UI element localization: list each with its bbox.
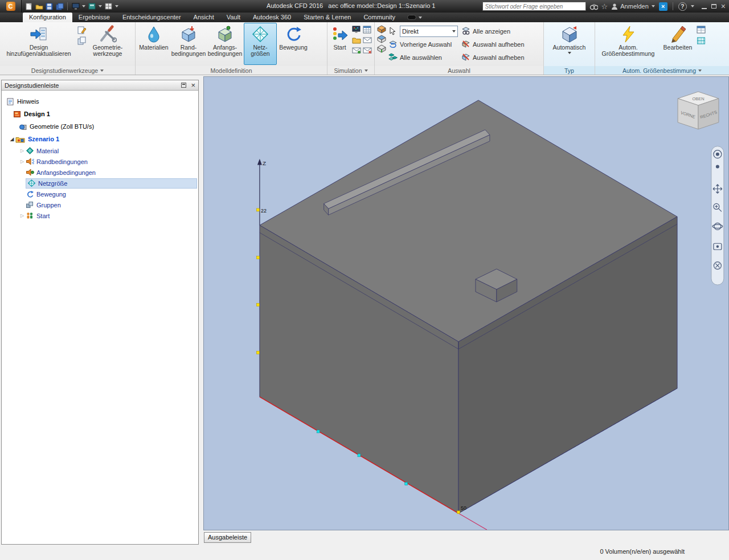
tab-entscheidungscenter[interactable]: Entscheidungscenter [116,13,187,22]
design-study-panel: Designstudienleiste × Hinweis Design 1 G… [1,80,199,545]
collapsed-arrow-icon[interactable]: ▷ [19,213,26,218]
start-label: Start [333,44,346,51]
tab-autodesk360[interactable]: Autodesk 360 [247,13,297,22]
tree-item-material[interactable]: ▷ Material [2,145,198,156]
sign-in-control[interactable]: Anmelden [611,3,656,10]
tab-vault[interactable]: Vault [220,13,247,22]
email-send-icon[interactable] [352,46,361,55]
tree-item-szenario1[interactable]: ◢ Szenario 1 [2,133,198,145]
panel-pin-icon[interactable] [181,83,186,88]
grouplabel-autom-groessenbestimmung[interactable]: Autom. Größenbestimmung [595,66,729,75]
refinement-region-icon[interactable] [697,36,706,45]
tab-ansicht[interactable]: Ansicht [187,13,220,22]
solver-folder-icon[interactable] [352,36,361,44]
tree-item-randbedingungen[interactable]: ▷ Randbedingungen [2,156,198,167]
help-button[interactable]: ? [678,2,687,11]
application-menu-button[interactable]: C [0,0,22,13]
layout-grid-icon[interactable] [104,2,113,10]
geometry-tools-button[interactable]: Geometrie-werkzeuge [88,23,128,65]
add-design-button[interactable]: Design hinzufügen/aktualisieren [1,23,76,65]
output-bar-button[interactable]: Ausgabeleiste [204,532,251,543]
close-button[interactable]: × [721,3,726,10]
design-study-bar: Designstudienleiste × Hinweis Design 1 G… [0,76,200,560]
clone-design-icon[interactable] [77,36,87,45]
search-binoculars-icon[interactable] [589,2,598,10]
search-input[interactable] [483,2,585,10]
auto-sizing-button[interactable]: Autom. Größenbestimmung [596,23,660,65]
tree-item-start[interactable]: ▷ Start [2,210,198,221]
solver-table-icon[interactable] [363,26,372,34]
materials-button[interactable]: Materialien [137,23,171,65]
help-caret-icon[interactable] [691,5,694,7]
initial-conditions-button[interactable]: Anfangs-bedingungen [206,23,244,65]
groups-icon [26,201,34,209]
new-file-icon[interactable] [24,2,33,10]
motion-button[interactable]: Bewegung [277,23,310,65]
sizing-table-icon[interactable] [697,26,706,34]
tree-item-netzgroesse[interactable]: Netzgröße [2,178,198,189]
panel-close-icon[interactable]: × [191,82,195,89]
exchange-apps-icon[interactable]: × [659,2,667,11]
expanded-arrow-icon[interactable]: ◢ [9,136,15,142]
a360-cloud-menu[interactable] [407,13,423,22]
save-all-icon[interactable] [55,2,64,10]
search-box[interactable] [482,2,586,11]
previous-selection-button[interactable]: Vorherige Auswahl [388,38,459,50]
z-axis-label: Z [263,160,266,166]
mesh-sizes-label: Netz-größen [244,44,276,57]
tree-item-anfangsbedingungen[interactable]: Anfangsbedingungen [2,167,198,178]
tab-ergebnisse[interactable]: Ergebnisse [72,13,116,22]
tree-item-hinweis[interactable]: Hinweis [2,95,198,108]
materials-label: Materialien [139,44,168,51]
tree-item-gruppen[interactable]: Gruppen [2,199,198,210]
group-caret-icon [100,70,104,72]
tab-community[interactable]: Community [357,13,402,22]
view-cube[interactable]: OBEN VORNE RECHTS [678,92,719,129]
group-autom-groessenbestimmung: Autom. Größenbestimmung Bearbeiten [595,22,729,66]
tree-item-design1[interactable]: Design 1 [2,108,198,120]
rename-design-icon[interactable] [77,26,87,34]
start-button[interactable]: Start [329,23,351,65]
add-design-icon [30,25,48,43]
transfer-display-icon[interactable] [71,2,80,10]
viewport-canvas[interactable]: Z 22 50 OBEN VORNE [204,77,728,530]
solution-monitor-icon[interactable] [352,26,361,34]
tree-item-geometrie[interactable]: Geometrie (Zoll BTU/s) [2,120,198,133]
collapsed-arrow-icon[interactable]: ▷ [19,159,26,164]
minimize-button[interactable] [702,4,707,9]
email-notify-icon[interactable] [363,36,372,44]
mesh-sizes-button[interactable]: Netz-größen [244,23,277,65]
dropdown-caret-icon[interactable] [99,5,102,7]
favorites-star-icon[interactable]: ☆ [601,2,608,11]
email-stop-icon[interactable] [363,46,372,55]
select-edge-icon[interactable] [377,44,386,53]
dropdown-caret-icon[interactable] [82,5,85,7]
tree-item-bewegung[interactable]: Bewegung [2,189,198,199]
type-automatic-button[interactable]: Automatisch [546,23,593,65]
edit-button[interactable]: Bearbeiten [660,23,695,65]
restore-button[interactable] [711,4,716,9]
grouplabel-simulation[interactable]: Simulation [327,66,375,75]
tab-starten-lernen[interactable]: Starten & Lernen [297,13,357,22]
save-icon[interactable] [45,2,54,10]
geometry-icon [19,123,27,130]
dropdown-caret-icon[interactable] [115,5,118,7]
open-file-icon[interactable] [35,2,43,10]
full-navigation-icon[interactable] [716,165,719,169]
collapsed-arrow-icon[interactable]: ▷ [19,148,26,153]
tab-konfiguration[interactable]: Konfiguration [23,13,72,22]
cursor-icon [388,27,398,35]
boundary-conditions-button[interactable]: Rand-bedingungen [171,23,206,65]
grouplabel-designstudienwerkzeuge[interactable]: Designstudienwerkzeuge [0,66,136,75]
select-all-button[interactable]: Alle auswählen [388,51,459,63]
show-all-button[interactable]: Alle anzeigen [461,25,525,37]
auto-sizing-label: Autom. Größenbestimmung [597,44,660,57]
deselect-button-2[interactable]: Auswahl aufheben [461,51,525,63]
view-tools-icon[interactable] [88,2,96,10]
model-box[interactable] [260,100,677,530]
select-volume-icon[interactable] [377,25,386,34]
deselect-button-1[interactable]: Auswahl aufheben [461,38,525,50]
viewport[interactable]: Z 22 50 OBEN VORNE [203,76,729,530]
selection-mode-dropdown[interactable]: Direkt [400,26,458,37]
select-surface-icon[interactable] [377,35,386,43]
